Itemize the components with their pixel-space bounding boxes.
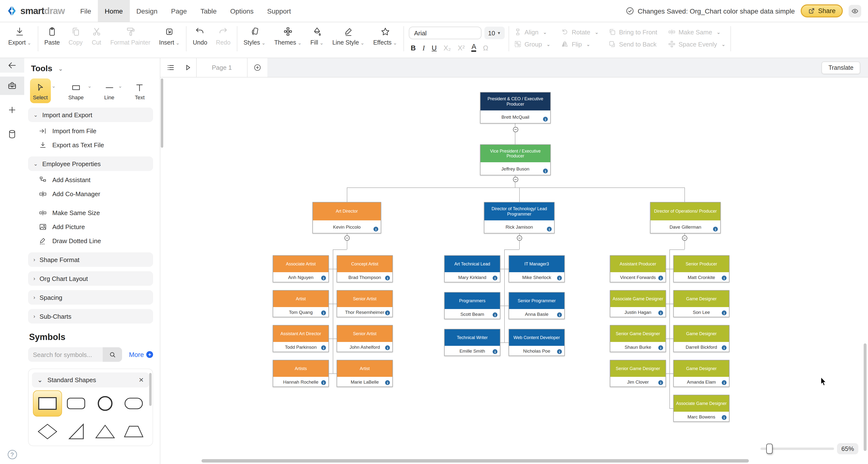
org-node[interactable]: ArtistMarie LaBellei: [337, 360, 393, 387]
info-icon[interactable]: i: [385, 345, 390, 350]
org-node[interactable]: Senior ArtistThor Resemheimeri: [337, 290, 393, 317]
symbol-search-button[interactable]: [103, 347, 122, 362]
collapse-button[interactable]: [344, 235, 349, 241]
info-icon[interactable]: i: [543, 117, 548, 122]
info-icon[interactable]: i: [543, 168, 548, 174]
more-symbols-link[interactable]: More+: [129, 351, 153, 358]
symbol-right-triangle[interactable]: [62, 419, 91, 445]
org-node[interactable]: Technical WriterEmille Smithi: [444, 329, 500, 356]
org-node[interactable]: Senior ArtistJohn Ashelfordi: [337, 325, 393, 352]
info-icon[interactable]: i: [493, 276, 497, 280]
org-node[interactable]: Associate ArtistAnh Nguyeni: [273, 255, 329, 282]
select-tool-button[interactable]: Select: [30, 79, 51, 103]
symbol-search-input[interactable]: [28, 347, 103, 362]
sidebar-item-add-co-manager[interactable]: Add Co-Manager: [27, 187, 153, 201]
effects-button[interactable]: Effects⌄: [369, 22, 402, 46]
rail-data-button[interactable]: [0, 125, 24, 143]
fill-button[interactable]: Fill⌄: [306, 22, 328, 46]
info-icon[interactable]: i: [722, 380, 726, 385]
sidebar-scrollbar[interactable]: [161, 79, 163, 148]
info-icon[interactable]: i: [722, 310, 726, 315]
org-node[interactable]: Assistant ProducerVincent Forwardsi: [610, 255, 666, 282]
insert-button[interactable]: Insert⌄: [155, 22, 184, 46]
org-node[interactable]: Web Content DeveloperNicholas Poei: [508, 329, 565, 356]
symbol-stadium[interactable]: [119, 391, 148, 416]
org-node[interactable]: ArtistTom Quangi: [273, 290, 329, 317]
org-node[interactable]: Vice President / Executive ProducerJeffr…: [480, 144, 551, 175]
collapse-button[interactable]: [513, 177, 518, 182]
smartdraw-logo[interactable]: smartdraw: [0, 0, 73, 22]
page-panel-toggle[interactable]: [179, 58, 196, 77]
sidebar-item-export-as-text-file[interactable]: Export as Text File: [27, 138, 153, 152]
standard-shapes-header[interactable]: ⌄Standard Shapes ✕: [32, 372, 149, 388]
info-icon[interactable]: i: [493, 349, 497, 354]
bold-button[interactable]: B: [411, 44, 416, 52]
sidebar-title[interactable]: Tools⌄: [31, 64, 153, 73]
collapse-button[interactable]: [513, 127, 518, 132]
font-family-input[interactable]: [409, 27, 482, 39]
select-tool-chevron[interactable]: ⌄: [52, 83, 56, 89]
info-icon[interactable]: i: [493, 312, 497, 317]
text-tool-button[interactable]: Text: [132, 79, 148, 103]
zoom-slider-track[interactable]: [761, 447, 834, 450]
rail-add-button[interactable]: [0, 101, 24, 119]
org-node[interactable]: President & CEO / Executive ProducerBret…: [480, 92, 551, 124]
info-icon[interactable]: i: [321, 345, 326, 350]
org-node[interactable]: Associate Game DesignerJustin Hagani: [610, 290, 666, 317]
org-node[interactable]: Game DesignerAmanda Elami: [673, 360, 730, 387]
info-icon[interactable]: i: [658, 310, 663, 315]
collapse-button[interactable]: [682, 235, 687, 241]
menu-support[interactable]: Support: [260, 0, 298, 22]
shape-tool-button[interactable]: Shape: [65, 79, 87, 103]
font-size-select[interactable]: 10▼: [485, 27, 505, 39]
vertical-scrollbar[interactable]: [864, 343, 867, 451]
info-icon[interactable]: i: [722, 276, 726, 280]
org-node[interactable]: Concept ArtistBrad Thompsoni: [337, 255, 393, 282]
undo-button[interactable]: Undo: [188, 22, 212, 46]
shapes-scrollbar[interactable]: [149, 373, 152, 406]
sidebar-item-add-picture[interactable]: Add Picture: [27, 220, 153, 234]
org-node[interactable]: Game DesignerDarrell Bickfordi: [673, 325, 730, 352]
themes-button[interactable]: Themes⌄: [270, 22, 306, 46]
help-button[interactable]: ?: [0, 450, 24, 459]
horizontal-scrollbar[interactable]: [202, 459, 749, 463]
back-button[interactable]: [0, 58, 24, 73]
sidebar-item-add-assistant[interactable]: Add Assistant: [27, 173, 153, 187]
symbol-rounded-rectangle[interactable]: [62, 391, 91, 416]
line-tool-chevron[interactable]: ⌄: [118, 83, 122, 89]
org-node[interactable]: Senior Game DesignerJim Cloveri: [610, 360, 666, 387]
info-icon[interactable]: i: [713, 227, 718, 231]
styles-button[interactable]: Styles⌄: [239, 22, 270, 46]
page-tab[interactable]: Page 1: [196, 58, 248, 77]
line-tool-button[interactable]: Line: [101, 79, 117, 103]
rail-tools-button[interactable]: [0, 76, 24, 95]
symbol-circle[interactable]: [91, 391, 119, 416]
info-icon[interactable]: i: [547, 227, 552, 231]
export-button[interactable]: Export⌄: [4, 22, 36, 46]
translate-button[interactable]: Translate: [822, 61, 860, 74]
add-page-button[interactable]: [248, 58, 268, 77]
symbol-trapezoid[interactable]: [119, 419, 148, 445]
underline-button[interactable]: U: [432, 44, 437, 52]
zoom-slider-handle[interactable]: [766, 444, 773, 454]
info-icon[interactable]: i: [373, 227, 378, 231]
org-node[interactable]: ProgrammersScott Beami: [444, 292, 500, 319]
menu-table[interactable]: Table: [194, 0, 223, 22]
menu-page[interactable]: Page: [164, 0, 193, 22]
org-node[interactable]: Art Technical LeadMary Kirklandi: [444, 255, 500, 282]
info-icon[interactable]: i: [321, 276, 326, 280]
org-node[interactable]: Art DirectorKevin Piccoloi: [312, 202, 381, 234]
org-node[interactable]: ArtistsHannah Rochellei: [273, 360, 329, 387]
symbol-rectangle[interactable]: [33, 391, 62, 416]
collapse-button[interactable]: [517, 235, 522, 241]
info-icon[interactable]: i: [658, 345, 663, 350]
info-icon[interactable]: i: [557, 312, 562, 317]
info-icon[interactable]: i: [722, 345, 726, 350]
presentation-view-button[interactable]: [848, 5, 861, 17]
section-spacing[interactable]: ›Spacing: [28, 290, 153, 305]
info-icon[interactable]: i: [557, 349, 562, 354]
close-icon[interactable]: ✕: [138, 376, 144, 383]
org-node[interactable]: Associate Game DesignerMarc Bowensi: [673, 395, 730, 422]
info-icon[interactable]: i: [385, 310, 390, 315]
org-node[interactable]: Assistant Art DirectorTodd Parkinsoni: [273, 325, 329, 352]
